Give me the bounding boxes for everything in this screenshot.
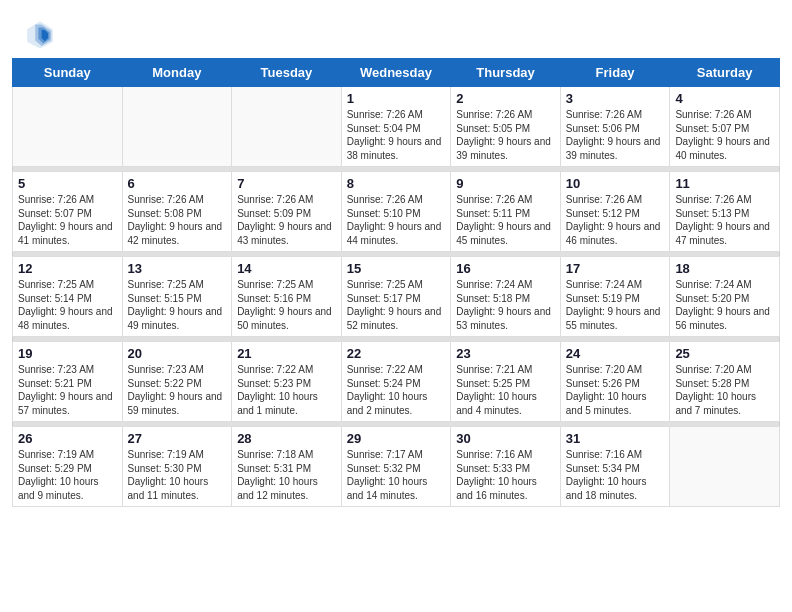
cell-details: Sunrise: 7:26 AMSunset: 5:04 PMDaylight:… — [347, 108, 446, 162]
calendar-cell: 19Sunrise: 7:23 AMSunset: 5:21 PMDayligh… — [13, 342, 123, 422]
day-number: 12 — [18, 261, 117, 276]
day-of-week-header: Thursday — [451, 59, 561, 87]
cell-details: Sunrise: 7:26 AMSunset: 5:08 PMDaylight:… — [128, 193, 227, 247]
calendar-cell: 25Sunrise: 7:20 AMSunset: 5:28 PMDayligh… — [670, 342, 780, 422]
cell-details: Sunrise: 7:25 AMSunset: 5:15 PMDaylight:… — [128, 278, 227, 332]
calendar-cell: 5Sunrise: 7:26 AMSunset: 5:07 PMDaylight… — [13, 172, 123, 252]
day-number: 17 — [566, 261, 665, 276]
calendar-week-row: 1Sunrise: 7:26 AMSunset: 5:04 PMDaylight… — [13, 87, 780, 167]
calendar-week-row: 5Sunrise: 7:26 AMSunset: 5:07 PMDaylight… — [13, 172, 780, 252]
cell-details: Sunrise: 7:26 AMSunset: 5:12 PMDaylight:… — [566, 193, 665, 247]
day-number: 9 — [456, 176, 555, 191]
cell-details: Sunrise: 7:26 AMSunset: 5:07 PMDaylight:… — [18, 193, 117, 247]
day-number: 24 — [566, 346, 665, 361]
day-number: 16 — [456, 261, 555, 276]
calendar-cell: 18Sunrise: 7:24 AMSunset: 5:20 PMDayligh… — [670, 257, 780, 337]
calendar-week-row: 12Sunrise: 7:25 AMSunset: 5:14 PMDayligh… — [13, 257, 780, 337]
cell-details: Sunrise: 7:25 AMSunset: 5:17 PMDaylight:… — [347, 278, 446, 332]
cell-details: Sunrise: 7:26 AMSunset: 5:13 PMDaylight:… — [675, 193, 774, 247]
day-number: 27 — [128, 431, 227, 446]
calendar-cell — [122, 87, 232, 167]
cell-details: Sunrise: 7:24 AMSunset: 5:19 PMDaylight:… — [566, 278, 665, 332]
day-number: 29 — [347, 431, 446, 446]
cell-details: Sunrise: 7:25 AMSunset: 5:16 PMDaylight:… — [237, 278, 336, 332]
calendar-cell: 6Sunrise: 7:26 AMSunset: 5:08 PMDaylight… — [122, 172, 232, 252]
logo-icon — [24, 18, 56, 50]
calendar-cell: 31Sunrise: 7:16 AMSunset: 5:34 PMDayligh… — [560, 427, 670, 507]
calendar-week-row: 19Sunrise: 7:23 AMSunset: 5:21 PMDayligh… — [13, 342, 780, 422]
calendar-week-row: 26Sunrise: 7:19 AMSunset: 5:29 PMDayligh… — [13, 427, 780, 507]
calendar-cell: 8Sunrise: 7:26 AMSunset: 5:10 PMDaylight… — [341, 172, 451, 252]
cell-details: Sunrise: 7:23 AMSunset: 5:22 PMDaylight:… — [128, 363, 227, 417]
day-of-week-header: Tuesday — [232, 59, 342, 87]
cell-details: Sunrise: 7:26 AMSunset: 5:06 PMDaylight:… — [566, 108, 665, 162]
calendar-cell: 9Sunrise: 7:26 AMSunset: 5:11 PMDaylight… — [451, 172, 561, 252]
calendar-cell: 3Sunrise: 7:26 AMSunset: 5:06 PMDaylight… — [560, 87, 670, 167]
calendar-cell: 14Sunrise: 7:25 AMSunset: 5:16 PMDayligh… — [232, 257, 342, 337]
day-of-week-header: Monday — [122, 59, 232, 87]
day-number: 2 — [456, 91, 555, 106]
calendar-cell: 26Sunrise: 7:19 AMSunset: 5:29 PMDayligh… — [13, 427, 123, 507]
day-number: 31 — [566, 431, 665, 446]
calendar-cell: 7Sunrise: 7:26 AMSunset: 5:09 PMDaylight… — [232, 172, 342, 252]
day-number: 1 — [347, 91, 446, 106]
cell-details: Sunrise: 7:23 AMSunset: 5:21 PMDaylight:… — [18, 363, 117, 417]
day-number: 13 — [128, 261, 227, 276]
calendar-cell: 29Sunrise: 7:17 AMSunset: 5:32 PMDayligh… — [341, 427, 451, 507]
day-number: 14 — [237, 261, 336, 276]
day-number: 3 — [566, 91, 665, 106]
calendar-cell: 27Sunrise: 7:19 AMSunset: 5:30 PMDayligh… — [122, 427, 232, 507]
calendar-cell: 12Sunrise: 7:25 AMSunset: 5:14 PMDayligh… — [13, 257, 123, 337]
calendar-cell: 2Sunrise: 7:26 AMSunset: 5:05 PMDaylight… — [451, 87, 561, 167]
calendar-cell: 1Sunrise: 7:26 AMSunset: 5:04 PMDaylight… — [341, 87, 451, 167]
logo — [24, 18, 60, 50]
cell-details: Sunrise: 7:19 AMSunset: 5:30 PMDaylight:… — [128, 448, 227, 502]
calendar-cell: 17Sunrise: 7:24 AMSunset: 5:19 PMDayligh… — [560, 257, 670, 337]
day-number: 20 — [128, 346, 227, 361]
day-number: 21 — [237, 346, 336, 361]
day-of-week-header: Saturday — [670, 59, 780, 87]
cell-details: Sunrise: 7:26 AMSunset: 5:11 PMDaylight:… — [456, 193, 555, 247]
cell-details: Sunrise: 7:26 AMSunset: 5:07 PMDaylight:… — [675, 108, 774, 162]
calendar-cell: 11Sunrise: 7:26 AMSunset: 5:13 PMDayligh… — [670, 172, 780, 252]
calendar-table: SundayMondayTuesdayWednesdayThursdayFrid… — [12, 58, 780, 507]
calendar-cell: 30Sunrise: 7:16 AMSunset: 5:33 PMDayligh… — [451, 427, 561, 507]
cell-details: Sunrise: 7:16 AMSunset: 5:34 PMDaylight:… — [566, 448, 665, 502]
day-number: 11 — [675, 176, 774, 191]
calendar-cell — [13, 87, 123, 167]
day-number: 4 — [675, 91, 774, 106]
day-number: 18 — [675, 261, 774, 276]
calendar-cell: 23Sunrise: 7:21 AMSunset: 5:25 PMDayligh… — [451, 342, 561, 422]
cell-details: Sunrise: 7:24 AMSunset: 5:20 PMDaylight:… — [675, 278, 774, 332]
day-number: 22 — [347, 346, 446, 361]
calendar-cell: 16Sunrise: 7:24 AMSunset: 5:18 PMDayligh… — [451, 257, 561, 337]
cell-details: Sunrise: 7:20 AMSunset: 5:28 PMDaylight:… — [675, 363, 774, 417]
cell-details: Sunrise: 7:19 AMSunset: 5:29 PMDaylight:… — [18, 448, 117, 502]
calendar-cell — [670, 427, 780, 507]
cell-details: Sunrise: 7:22 AMSunset: 5:24 PMDaylight:… — [347, 363, 446, 417]
day-of-week-header: Wednesday — [341, 59, 451, 87]
calendar-header-row: SundayMondayTuesdayWednesdayThursdayFrid… — [13, 59, 780, 87]
cell-details: Sunrise: 7:26 AMSunset: 5:10 PMDaylight:… — [347, 193, 446, 247]
day-number: 10 — [566, 176, 665, 191]
cell-details: Sunrise: 7:25 AMSunset: 5:14 PMDaylight:… — [18, 278, 117, 332]
calendar-cell: 4Sunrise: 7:26 AMSunset: 5:07 PMDaylight… — [670, 87, 780, 167]
calendar-cell: 13Sunrise: 7:25 AMSunset: 5:15 PMDayligh… — [122, 257, 232, 337]
cell-details: Sunrise: 7:26 AMSunset: 5:05 PMDaylight:… — [456, 108, 555, 162]
day-number: 7 — [237, 176, 336, 191]
cell-details: Sunrise: 7:16 AMSunset: 5:33 PMDaylight:… — [456, 448, 555, 502]
day-number: 28 — [237, 431, 336, 446]
calendar-cell: 10Sunrise: 7:26 AMSunset: 5:12 PMDayligh… — [560, 172, 670, 252]
day-number: 30 — [456, 431, 555, 446]
day-number: 15 — [347, 261, 446, 276]
cell-details: Sunrise: 7:22 AMSunset: 5:23 PMDaylight:… — [237, 363, 336, 417]
calendar-cell — [232, 87, 342, 167]
day-number: 25 — [675, 346, 774, 361]
day-number: 5 — [18, 176, 117, 191]
calendar-cell: 24Sunrise: 7:20 AMSunset: 5:26 PMDayligh… — [560, 342, 670, 422]
cell-details: Sunrise: 7:18 AMSunset: 5:31 PMDaylight:… — [237, 448, 336, 502]
calendar-cell: 21Sunrise: 7:22 AMSunset: 5:23 PMDayligh… — [232, 342, 342, 422]
day-number: 6 — [128, 176, 227, 191]
day-of-week-header: Sunday — [13, 59, 123, 87]
day-number: 8 — [347, 176, 446, 191]
